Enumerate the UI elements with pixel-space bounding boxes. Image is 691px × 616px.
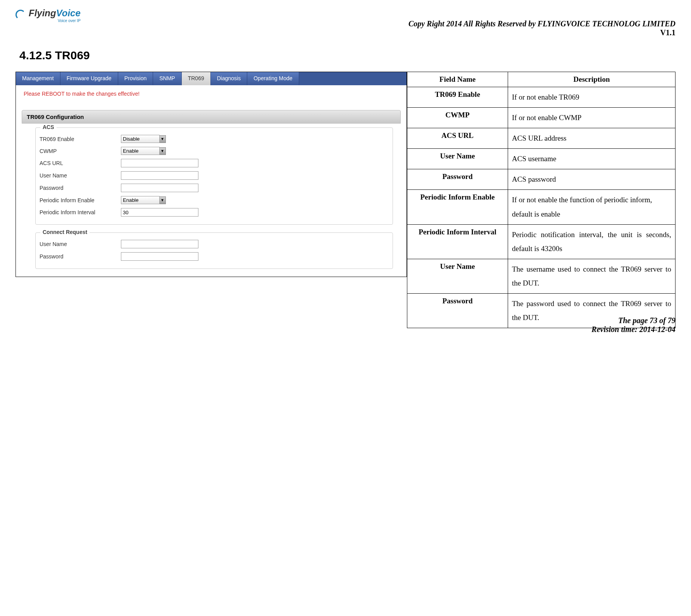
logo-voice: Voice	[56, 8, 81, 18]
logo-text-block: FlyingVoice Voice over IP	[29, 8, 81, 23]
chevron-down-icon[interactable]: ▼	[159, 135, 166, 143]
label-acs-url: ACS URL	[40, 160, 121, 166]
tab-firmware-upgrade[interactable]: Firmware Upgrade	[60, 72, 118, 85]
input-user-name[interactable]	[121, 171, 198, 180]
tab-diagnosis[interactable]: Diagnosis	[211, 72, 247, 85]
acs-fieldset: ACS TR069 Enable Disable▼ CWMP Enable▼ A…	[35, 127, 393, 225]
row-connect-user-name: User Name	[40, 240, 389, 248]
cell-field: User Name	[407, 259, 508, 293]
table-row: User NameACS username	[407, 149, 675, 169]
row-user-name: User Name	[40, 171, 389, 180]
acs-form-rows: TR069 Enable Disable▼ CWMP Enable▼ ACS U…	[36, 128, 393, 224]
cell-field: Periodic Inform Interval	[407, 224, 508, 259]
header-right: Copy Right 2014 All Rights Reserved by F…	[408, 8, 675, 37]
label-user-name: User Name	[40, 172, 121, 179]
description-table: Field Name Description TR069 EnableIf or…	[407, 72, 675, 328]
footer-revision: Revision time: 2014-12-04	[591, 325, 675, 334]
tab-management[interactable]: Management	[16, 72, 60, 85]
input-connect-user-name[interactable]	[121, 240, 198, 248]
row-acs-url: ACS URL	[40, 159, 389, 167]
cell-field: Password	[407, 294, 508, 328]
cell-field: Periodic Inform Enable	[407, 190, 508, 224]
cell-desc: ACS username	[508, 149, 675, 169]
label-periodic-inform-enable: Periodic Inform Enable	[40, 197, 121, 203]
logo-subtitle: Voice over IP	[29, 19, 81, 23]
select-cwmp[interactable]: Enable	[121, 147, 160, 155]
cell-field: TR069 Enable	[407, 87, 508, 108]
table-header-row: Field Name Description	[407, 72, 675, 87]
input-acs-url[interactable]	[121, 159, 198, 167]
screenshot-panel: Management Firmware Upgrade Provision SN…	[16, 72, 407, 277]
acs-legend: ACS	[40, 124, 57, 130]
config-section: TR069 Configuration ACS TR069 Enable Dis…	[22, 110, 401, 269]
content-row: Management Firmware Upgrade Provision SN…	[16, 72, 675, 328]
table-row: Periodic Inform IntervalPeriodic notific…	[407, 224, 675, 259]
version-text: V1.1	[408, 28, 675, 37]
cell-desc: The username used to connect the TR069 s…	[508, 259, 675, 293]
config-header: TR069 Configuration	[22, 110, 401, 124]
cell-desc: If or not enable TR069	[508, 87, 675, 108]
table-row: ACS URLACS URL address	[407, 128, 675, 149]
label-connect-password: Password	[40, 253, 121, 260]
label-connect-user-name: User Name	[40, 241, 121, 247]
copyright-text: Copy Right 2014 All Rights Reserved by F…	[408, 19, 675, 28]
logo-waves-icon	[16, 10, 27, 21]
table-row: User NameThe username used to connect th…	[407, 259, 675, 293]
cell-desc: If or not enable the function of periodi…	[508, 190, 675, 224]
row-periodic-inform-enable: Periodic Inform Enable Enable▼	[40, 196, 389, 204]
logo-flying: Flying	[29, 8, 56, 18]
cell-field: CWMP	[407, 108, 508, 128]
cell-desc: ACS password	[508, 169, 675, 190]
label-tr069-enable: TR069 Enable	[40, 136, 121, 142]
label-cwmp: CWMP	[40, 148, 121, 154]
table-row: CWMPIf or not enable CWMP	[407, 108, 675, 128]
connect-request-legend: Connect Request	[40, 229, 90, 235]
row-password: Password	[40, 184, 389, 192]
cell-desc: If or not enable CWMP	[508, 108, 675, 128]
tab-provision[interactable]: Provision	[118, 72, 153, 85]
table-row: PasswordACS password	[407, 169, 675, 190]
logo: FlyingVoice Voice over IP	[16, 8, 81, 23]
th-field-name: Field Name	[407, 72, 508, 87]
row-periodic-inform-interval: Periodic Inform Interval	[40, 208, 389, 217]
select-periodic-inform-enable[interactable]: Enable	[121, 196, 160, 204]
label-password: Password	[40, 185, 121, 191]
input-connect-password[interactable]	[121, 252, 198, 261]
tab-operating-mode[interactable]: Operating Mode	[247, 72, 299, 85]
row-cwmp: CWMP Enable▼	[40, 147, 389, 155]
cell-desc: ACS URL address	[508, 128, 675, 149]
input-password[interactable]	[121, 184, 198, 192]
chevron-down-icon[interactable]: ▼	[159, 147, 166, 155]
th-description: Description	[508, 72, 675, 87]
row-connect-password: Password	[40, 252, 389, 261]
tab-snmp[interactable]: SNMP	[153, 72, 181, 85]
cell-desc: Periodic notification interval, the unit…	[508, 224, 675, 259]
tab-bar: Management Firmware Upgrade Provision SN…	[16, 72, 407, 85]
connect-request-fieldset: Connect Request User Name Password	[35, 232, 393, 269]
cell-field: ACS URL	[407, 128, 508, 149]
page-footer: The page 73 of 79 Revision time: 2014-12…	[591, 316, 675, 334]
reboot-message: Please REBOOT to make the changes effect…	[16, 85, 407, 102]
connect-form-rows: User Name Password	[36, 233, 393, 268]
table-row: Periodic Inform EnableIf or not enable t…	[407, 190, 675, 224]
table-row: TR069 EnableIf or not enable TR069	[407, 87, 675, 108]
cell-field: Password	[407, 169, 508, 190]
cell-field: User Name	[407, 149, 508, 169]
page-header: FlyingVoice Voice over IP Copy Right 201…	[16, 8, 675, 37]
tab-tr069[interactable]: TR069	[182, 72, 211, 85]
input-periodic-inform-interval[interactable]	[121, 208, 198, 217]
select-tr069-enable[interactable]: Disable	[121, 135, 160, 143]
label-periodic-inform-interval: Periodic Inform Interval	[40, 209, 121, 215]
chevron-down-icon[interactable]: ▼	[159, 196, 166, 204]
footer-page: The page 73 of 79	[591, 316, 675, 325]
section-title: 4.12.5 TR069	[19, 49, 675, 62]
row-tr069-enable: TR069 Enable Disable▼	[40, 135, 389, 143]
